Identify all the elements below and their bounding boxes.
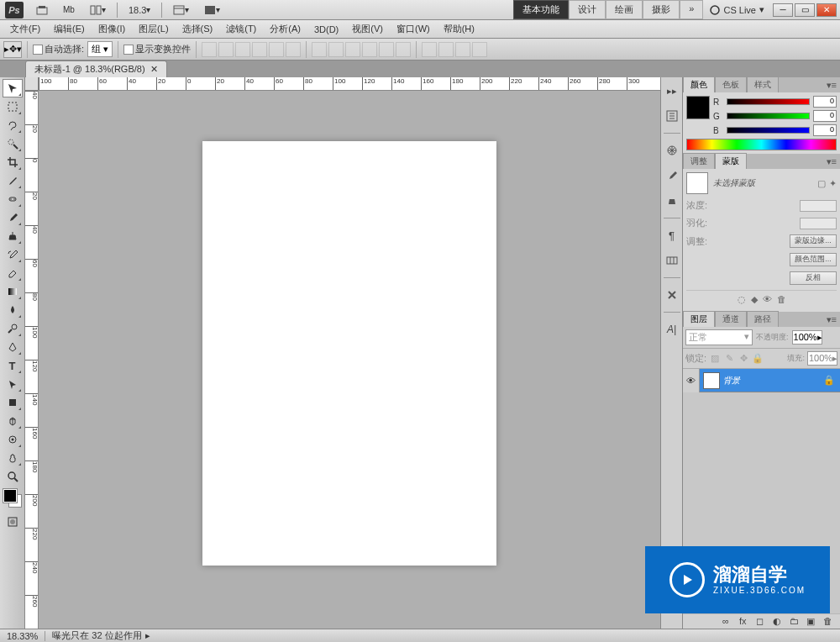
feather-input[interactable]	[800, 218, 837, 229]
opacity-input[interactable]: 100%▸	[792, 330, 822, 345]
status-info[interactable]: 曝光只在 32 位起作用▸	[45, 629, 156, 642]
brushes-panel-icon[interactable]	[664, 167, 680, 184]
hand-tool[interactable]	[3, 449, 23, 467]
minimize-button[interactable]: ─	[773, 3, 793, 17]
g-slider[interactable]	[727, 113, 810, 119]
invert-button[interactable]: 反相	[790, 271, 837, 285]
layer-thumbnail[interactable]	[703, 372, 720, 389]
brush-presets-panel-icon[interactable]	[664, 142, 680, 159]
show-transform-checkbox[interactable]: 显示变换控件	[123, 43, 191, 55]
tab-adjustments[interactable]: 调整	[683, 153, 715, 169]
clone-stamp-tool[interactable]	[3, 227, 23, 245]
menu-filter[interactable]: 滤镜(T)	[219, 21, 263, 37]
crop-tool[interactable]	[3, 153, 23, 171]
add-pixel-mask-icon[interactable]: ▢	[817, 178, 826, 189]
delete-layer-icon[interactable]: 🗑	[823, 616, 835, 628]
panel-menu-icon[interactable]: ▾≡	[823, 313, 840, 327]
view-extras-icon[interactable]: ▾	[167, 3, 195, 18]
b-slider[interactable]	[727, 127, 810, 134]
tab-paths[interactable]: 路径	[747, 311, 779, 327]
panel-menu-icon[interactable]: ▾≡	[823, 78, 840, 92]
distribute-vcenter-icon[interactable]	[328, 42, 344, 57]
menu-image[interactable]: 图像(I)	[92, 21, 132, 37]
tab-styles[interactable]: 样式	[747, 76, 779, 92]
menu-select[interactable]: 选择(S)	[176, 21, 220, 37]
fill-input[interactable]: 100%▸	[807, 351, 837, 366]
lock-transparency-icon[interactable]: ▨	[709, 353, 721, 365]
visibility-toggle-icon[interactable]: 👁	[683, 369, 700, 392]
document-tab[interactable]: 未标题-1 @ 18.3%(RGB/8) ✕	[25, 61, 167, 77]
density-input[interactable]	[800, 200, 837, 212]
move-tool-preset[interactable]: ▸✥ ▾	[3, 41, 22, 58]
lasso-tool[interactable]	[3, 116, 23, 134]
menu-window[interactable]: 窗口(W)	[390, 21, 437, 37]
status-zoom-value[interactable]: 18.33%	[0, 631, 45, 641]
mask-thumbnail[interactable]	[686, 172, 708, 194]
align-vcenter-icon[interactable]	[218, 42, 234, 57]
arrange-icon[interactable]	[422, 42, 437, 57]
distribute-left-icon[interactable]	[362, 42, 377, 57]
zoom-level-dropdown[interactable]: 18.3 ▾	[123, 3, 156, 18]
pen-tool[interactable]	[3, 338, 23, 356]
gradient-tool[interactable]	[3, 282, 23, 301]
menu-help[interactable]: 帮助(H)	[437, 21, 481, 37]
menu-file[interactable]: 文件(F)	[3, 21, 47, 37]
r-slider[interactable]	[727, 98, 810, 105]
align-hcenter-icon[interactable]	[269, 42, 284, 57]
history-brush-tool[interactable]	[3, 245, 23, 264]
distribute-right-icon[interactable]	[396, 42, 411, 57]
document-canvas[interactable]	[202, 141, 496, 566]
auto-select-checkbox[interactable]: 自动选择:	[33, 43, 84, 55]
3d-camera-tool[interactable]	[3, 430, 23, 449]
tab-color[interactable]: 颜色	[683, 76, 715, 92]
brush-tool[interactable]	[3, 208, 23, 227]
clone-source-panel-icon[interactable]	[664, 192, 680, 209]
align-right-icon[interactable]	[286, 42, 301, 57]
3d-tool[interactable]	[3, 412, 23, 430]
path-selection-tool[interactable]	[3, 375, 23, 393]
color-panel-swatch[interactable]	[686, 96, 710, 119]
maximize-button[interactable]: ▭	[795, 3, 815, 17]
menu-view[interactable]: 视图(V)	[345, 21, 390, 37]
mask-edge-button[interactable]: 蒙版边缘...	[790, 234, 837, 248]
arrange-icon[interactable]	[438, 42, 454, 57]
distribute-top-icon[interactable]	[312, 42, 327, 57]
align-bottom-icon[interactable]	[235, 42, 250, 57]
lock-position-icon[interactable]: ✥	[738, 353, 749, 365]
close-button[interactable]: ✕	[816, 3, 837, 17]
color-spectrum-bar[interactable]	[686, 139, 837, 150]
new-adjustment-layer-icon[interactable]: ◐	[773, 616, 785, 628]
character-panel-icon[interactable]: A|	[664, 321, 680, 338]
layer-name-label[interactable]: 背景	[723, 375, 740, 387]
r-value-input[interactable]: 0	[813, 96, 837, 108]
menu-layer[interactable]: 图层(L)	[132, 21, 175, 37]
eraser-tool[interactable]	[3, 264, 23, 282]
workspace-tab-design[interactable]: 设计	[569, 0, 606, 19]
paragraph-panel-icon[interactable]: ¶	[664, 227, 680, 244]
screen-mode-icon[interactable]: ▾	[198, 3, 226, 18]
new-group-icon[interactable]: 🗀	[790, 616, 801, 628]
add-vector-mask-icon[interactable]: ✦	[829, 178, 837, 189]
workspace-tab-photography[interactable]: 摄影	[643, 0, 680, 19]
layer-row-background[interactable]: 👁 背景 🔒	[683, 369, 840, 392]
panel-menu-icon[interactable]: ▾≡	[823, 155, 840, 169]
menu-3d[interactable]: 3D(D)	[307, 23, 345, 36]
align-left-icon[interactable]	[252, 42, 267, 57]
bridge-icon[interactable]	[30, 3, 54, 18]
color-swatches[interactable]	[3, 489, 22, 508]
tab-masks[interactable]: 蒙版	[715, 153, 747, 169]
blur-tool[interactable]	[3, 301, 23, 319]
align-top-icon[interactable]	[202, 42, 217, 57]
distribute-hcenter-icon[interactable]	[379, 42, 394, 57]
tab-channels[interactable]: 通道	[715, 311, 747, 327]
g-value-input[interactable]: 0	[813, 110, 837, 122]
move-tool[interactable]	[3, 79, 23, 97]
menu-analysis[interactable]: 分析(A)	[263, 21, 307, 37]
vertical-ruler[interactable]: 4020020406080100120140160180200220240260	[25, 91, 39, 629]
lock-all-icon[interactable]: 🔒	[752, 353, 764, 365]
tab-close-icon[interactable]: ✕	[150, 64, 158, 75]
disable-mask-icon[interactable]: 👁	[763, 294, 772, 305]
healing-brush-tool[interactable]	[3, 190, 23, 208]
menu-edit[interactable]: 编辑(E)	[47, 21, 92, 37]
cs-live-button[interactable]: CS Live ▾	[710, 4, 764, 15]
